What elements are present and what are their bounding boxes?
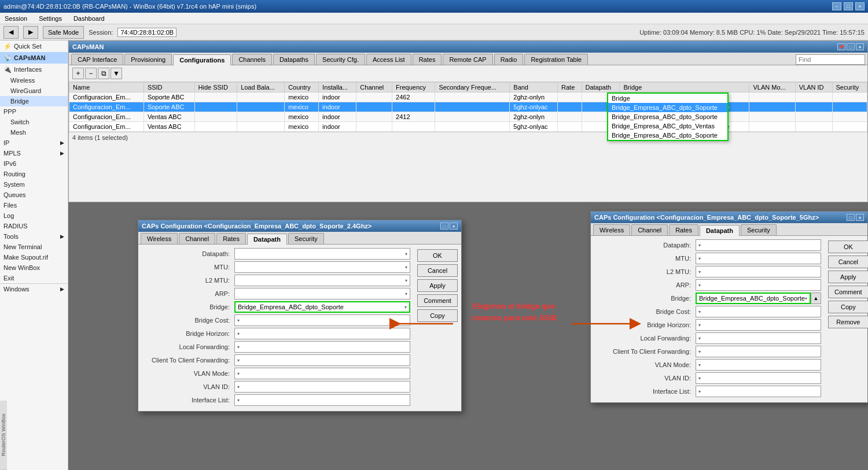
sidebar-item-log[interactable]: Log <box>0 210 68 221</box>
dialog1-tab-datapath[interactable]: Datapath <box>247 234 287 245</box>
tab-security-cfg[interactable]: Security Cfg. <box>316 54 365 65</box>
dialog2-tab-datapath[interactable]: Datapath <box>700 225 740 236</box>
sidebar-item-new-terminal[interactable]: New Terminal <box>0 242 68 252</box>
sidebar-item-new-winbox[interactable]: New WinBox <box>0 262 68 273</box>
bridge-dropdown-item[interactable]: Bridge_Empresa_ABC_dpto_Soporte <box>608 112 727 121</box>
sidebar-item-system[interactable]: System <box>0 179 68 190</box>
safe-mode-button[interactable]: Safe Mode <box>43 26 84 39</box>
dialog1-field-bridge-horizon[interactable]: ▾ <box>234 328 410 339</box>
dialog2-field-vlan-id[interactable]: ▾ <box>696 372 821 384</box>
dialog1-tab-wireless[interactable]: Wireless <box>141 233 178 244</box>
dialog1-field-local-forwarding[interactable]: ▾ <box>234 341 410 353</box>
add-button[interactable]: + <box>72 68 84 79</box>
dialog2-window-buttons[interactable]: □ × <box>847 214 864 221</box>
close-button[interactable]: × <box>855 2 865 10</box>
sidebar-item-bridge[interactable]: Bridge <box>0 96 68 106</box>
dialog2-field-datapath[interactable]: ▾ <box>696 239 821 251</box>
filter-button[interactable]: ▼ <box>111 68 122 79</box>
tab-datapaths[interactable]: Datapaths <box>273 54 315 65</box>
capsman-close-button[interactable]: × <box>856 43 864 50</box>
tab-access-list[interactable]: Access List <box>366 54 411 65</box>
tab-configurations[interactable]: Configurations <box>173 54 231 65</box>
sidebar-item-quick-set[interactable]: ⚡ Quick Set <box>0 40 68 52</box>
dialog2-remove-button[interactable]: Remove <box>828 316 868 328</box>
dialog2-field-arp[interactable]: ▾ <box>696 279 821 291</box>
dialog1-apply-button[interactable]: Apply <box>417 279 458 292</box>
bridge-dropdown[interactable]: Bridge Bridge_Empresa_ABC_dpto_Soporte B… <box>607 92 729 141</box>
tab-rates[interactable]: Rates <box>413 54 442 65</box>
dialog2-field-interface-list[interactable]: ▾ <box>696 386 821 397</box>
dialog1-field-vlan-mode[interactable]: ▾ <box>234 368 410 379</box>
sidebar-item-ipv6[interactable]: IPv6 <box>0 158 68 169</box>
dialog2-field-vlan-mode[interactable]: ▾ <box>696 359 821 371</box>
dialog1-cancel-button[interactable]: Cancel <box>417 264 458 277</box>
dialog2-field-bridge-horizon[interactable]: ▾ <box>696 319 821 331</box>
dialog1-window-buttons[interactable]: □ × <box>440 223 458 230</box>
dialog1-field-vlan-id[interactable]: ▾ <box>234 381 410 393</box>
dialog2-tab-wireless[interactable]: Wireless <box>593 224 630 235</box>
bridge-up-button[interactable]: ▲ <box>811 293 821 304</box>
tab-cap-interface[interactable]: CAP Interface <box>71 54 123 65</box>
dialog1-ok-button[interactable]: OK <box>417 249 458 262</box>
dialog1-close-button[interactable]: × <box>450 223 458 230</box>
dialog1-field-l2mtu[interactable]: ▾ <box>234 275 410 286</box>
bridge-dropdown-item[interactable]: Bridge_Empresa_ABC_dpto_Soporte <box>608 131 727 140</box>
sidebar-item-tools[interactable]: Tools ▶ <box>0 231 68 242</box>
dialog1-tab-security[interactable]: Security <box>288 233 324 244</box>
menu-session[interactable]: Session <box>2 14 30 23</box>
sidebar-item-radius[interactable]: RADIUS <box>0 221 68 231</box>
sidebar-item-make-supout[interactable]: Make Supout.rif <box>0 252 68 262</box>
dialog2-tab-rates[interactable]: Rates <box>669 224 698 235</box>
find-box[interactable] <box>796 54 865 65</box>
tab-channels[interactable]: Channels <box>232 54 271 65</box>
menu-dashboard[interactable]: Dashboard <box>71 14 107 23</box>
copy-button[interactable]: ⧉ <box>98 68 109 79</box>
dialog1-field-datapath[interactable]: ▾ <box>234 248 410 260</box>
dialog2-field-bridge[interactable]: Bridge_Empresa_ABC_dpto_Soporte ▾ <box>696 293 811 304</box>
table-row[interactable]: Configuracion_Em... Ventas ABC mexico in… <box>69 122 867 132</box>
sidebar-item-interfaces[interactable]: 🔌 Interfaces <box>0 64 68 75</box>
dialog2-copy-button[interactable]: Copy <box>828 301 868 313</box>
forward-button[interactable]: ▶ <box>23 26 38 39</box>
dialog1-field-arp[interactable]: ▾ <box>234 288 410 299</box>
dialog2-close-button[interactable]: × <box>856 214 864 221</box>
sidebar-item-mesh[interactable]: Mesh <box>0 127 68 138</box>
dialog2-tab-security[interactable]: Security <box>741 224 777 235</box>
title-bar-buttons[interactable]: − □ × <box>832 2 865 10</box>
sidebar-item-ppp[interactable]: PPP <box>0 106 68 117</box>
dialog1-comment-button[interactable]: Comment <box>417 294 458 307</box>
dialog2-field-c2c-forwarding[interactable]: ▾ <box>696 346 821 357</box>
dialog1-field-interface-list[interactable]: ▾ <box>234 394 410 406</box>
table-row[interactable]: Configuracion_Em... Ventas ABC mexico in… <box>69 112 867 122</box>
dialog1-copy-button[interactable]: Copy <box>417 309 458 322</box>
sidebar-item-files[interactable]: Files <box>0 200 68 210</box>
capsman-maximize-button[interactable]: □ <box>847 43 855 50</box>
capsman-pin-button[interactable]: 📌 <box>837 43 845 50</box>
remove-button[interactable]: − <box>85 68 97 79</box>
dialog1-field-mtu[interactable]: ▾ <box>234 261 410 273</box>
back-button[interactable]: ◀ <box>3 26 19 39</box>
dialog1-field-c2c-forwarding[interactable]: ▾ <box>234 354 410 366</box>
tab-registration-table[interactable]: Registration Table <box>524 54 588 65</box>
dialog1-pin-button[interactable]: □ <box>440 223 448 230</box>
dialog2-comment-button[interactable]: Comment <box>828 286 868 298</box>
dialog2-apply-button[interactable]: Apply <box>828 271 868 283</box>
dialog1-tab-rates[interactable]: Rates <box>216 233 246 244</box>
sidebar-item-wireguard[interactable]: WireGuard <box>0 86 68 96</box>
dialog1-field-bridge-cost[interactable]: ▾ <box>234 314 410 326</box>
table-row[interactable]: Configuracion_Em... Soporte ABC mexico i… <box>69 92 867 102</box>
dialog2-pin-button[interactable]: □ <box>847 214 855 221</box>
sidebar-item-capsman[interactable]: 📡 CAPsMAN <box>0 52 68 64</box>
tab-remote-cap[interactable]: Remote CAP <box>443 54 492 65</box>
sidebar-item-queues[interactable]: Queues <box>0 190 68 200</box>
sidebar-item-ip[interactable]: IP ▶ <box>0 138 68 148</box>
dialog1-field-bridge[interactable]: Bridge_Empresa_ABC_dpto_Soporte ▾ <box>234 301 410 313</box>
sidebar-item-windows[interactable]: Windows ▶ <box>0 283 68 294</box>
dialog2-cancel-button[interactable]: Cancel <box>828 256 868 268</box>
maximize-button[interactable]: □ <box>844 2 853 10</box>
tab-provisioning[interactable]: Provisioning <box>124 54 172 65</box>
table-row-selected[interactable]: Configuracion_Em... Soporte ABC mexico i… <box>69 102 867 112</box>
bridge-dropdown-item[interactable]: Bridge_Empresa_ABC_dpto_Ventas <box>608 121 727 131</box>
dialog2-field-local-forwarding[interactable]: ▾ <box>696 332 821 344</box>
dialog1-tab-channel[interactable]: Channel <box>179 233 215 244</box>
